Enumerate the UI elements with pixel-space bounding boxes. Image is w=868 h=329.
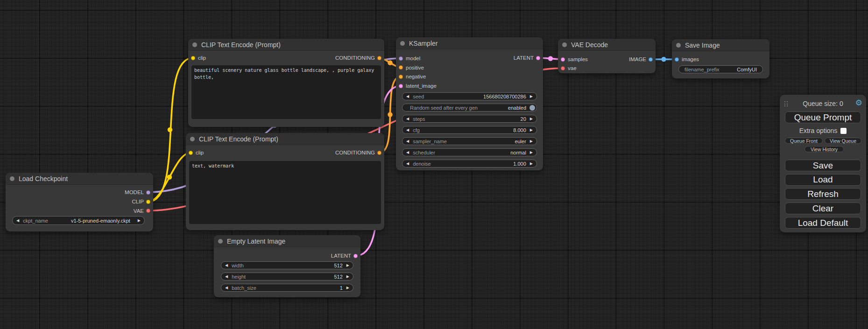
clear-button[interactable]: Clear [785, 203, 861, 214]
node-load-checkpoint[interactable]: Load Checkpoint MODEL CLIP VAE ◀ ckpt_na… [6, 173, 153, 231]
random-seed-toggle-widget[interactable]: Random seed after every gen enabled [402, 104, 537, 112]
cfg-widget[interactable]: ◀ cfg 8.000 ▶ [402, 126, 537, 134]
input-clip-label: clip [196, 148, 204, 157]
positive-input-port[interactable] [399, 65, 403, 70]
samples-input-port[interactable] [561, 57, 565, 62]
right-arrow-icon[interactable]: ▶ [526, 115, 536, 122]
left-arrow-icon[interactable]: ◀ [402, 126, 413, 133]
left-arrow-icon[interactable]: ◀ [221, 284, 232, 291]
link-dot-negative[interactable] [388, 112, 392, 117]
refresh-button[interactable]: Refresh [785, 188, 861, 200]
node-clip-text-encode-positive[interactable]: CLIP Text Encode (Prompt) clip CONDITION… [188, 39, 384, 127]
widget-value: 512 [334, 274, 342, 280]
node-header[interactable]: KSampler [396, 37, 543, 49]
clip-input-port[interactable] [189, 151, 193, 155]
load-button[interactable]: Load [785, 174, 861, 186]
node-header[interactable]: Save Image [672, 39, 769, 51]
node-header[interactable]: CLIP Text Encode (Prompt) [188, 39, 384, 51]
node-header[interactable]: VAE Decode [558, 39, 656, 51]
node-header[interactable]: CLIP Text Encode (Prompt) [186, 133, 384, 145]
negative-input-port[interactable] [399, 75, 403, 79]
toggle-dot[interactable] [529, 105, 535, 111]
left-arrow-icon[interactable]: ◀ [402, 149, 413, 156]
extra-options-checkbox[interactable] [840, 128, 847, 134]
widget-value: normal [510, 150, 526, 155]
ckpt-name-widget[interactable]: ◀ ckpt_name v1-5-pruned-emaonly.ckpt ▶ [12, 216, 145, 225]
seed-widget[interactable]: ◀ seed 156680208700286 ▶ [402, 92, 537, 100]
left-arrow-icon[interactable]: ◀ [221, 273, 232, 280]
image-output-port[interactable] [649, 57, 653, 62]
node-ksampler[interactable]: KSampler model positive negative latent_… [396, 37, 543, 170]
right-arrow-icon[interactable]: ▶ [343, 273, 353, 280]
clip-output-port[interactable] [146, 200, 150, 204]
left-arrow-icon[interactable]: ◀ [13, 217, 23, 224]
height-widget[interactable]: ◀ height 512 ▶ [221, 273, 353, 280]
prompt-textarea[interactable]: beautiful scenery nature glass bottle la… [191, 65, 381, 119]
right-arrow-icon[interactable]: ▶ [526, 138, 536, 145]
images-input-port[interactable] [675, 57, 679, 62]
collapse-dot[interactable] [676, 43, 681, 48]
collapse-dot[interactable] [400, 41, 405, 46]
node-graph-canvas[interactable]: Load Checkpoint MODEL CLIP VAE ◀ ckpt_na… [0, 0, 868, 329]
widget-label: cfg [413, 127, 420, 133]
latent-output-port[interactable] [536, 56, 540, 60]
batch-size-widget[interactable]: ◀ batch_size 1 ▶ [221, 284, 353, 292]
clip-input-port[interactable] [191, 56, 195, 60]
conditioning-output-port[interactable] [377, 56, 381, 60]
right-arrow-icon[interactable]: ▶ [526, 126, 536, 133]
left-arrow-icon[interactable]: ◀ [402, 160, 413, 167]
right-arrow-icon[interactable]: ▶ [134, 217, 144, 224]
denoise-widget[interactable]: ◀ denoise 1.000 ▶ [402, 160, 537, 168]
link-dot-positive[interactable] [388, 60, 392, 65]
queue-prompt-button[interactable]: Queue Prompt [785, 112, 861, 123]
left-arrow-icon[interactable]: ◀ [402, 93, 413, 100]
settings-gear-icon[interactable]: ⚙ [855, 99, 862, 107]
node-header[interactable]: Load Checkpoint [6, 173, 153, 185]
left-arrow-icon[interactable]: ◀ [221, 262, 232, 269]
right-arrow-icon[interactable]: ▶ [343, 262, 353, 269]
node-vae-decode[interactable]: VAE Decode samples vae IMAGE [558, 39, 656, 73]
collapse-dot[interactable] [190, 137, 195, 141]
link-dot-clip-1[interactable] [168, 127, 172, 132]
load-default-button[interactable]: Load Default [785, 217, 861, 229]
link-dot-image[interactable] [661, 57, 666, 62]
left-arrow-icon[interactable]: ◀ [402, 115, 413, 122]
node-empty-latent-image[interactable]: Empty Latent Image LATENT ◀ width 512 ▶ … [214, 235, 360, 297]
latent-image-input-port[interactable] [399, 84, 403, 88]
link-dot-clip-2[interactable] [167, 175, 172, 179]
model-input-port[interactable] [399, 56, 403, 61]
steps-widget[interactable]: ◀ steps 20 ▶ [402, 115, 537, 123]
collapse-dot[interactable] [218, 239, 223, 244]
queue-front-button[interactable]: Queue Front [785, 138, 823, 144]
widget-value: ComfyUI [737, 67, 757, 72]
vae-input-port[interactable] [561, 66, 565, 70]
prompt-textarea[interactable]: text, watermark [189, 161, 381, 224]
input-model-label: model [406, 54, 420, 63]
widget-label: denoise [413, 161, 431, 167]
node-save-image[interactable]: Save Image images filename_prefix ComfyU… [672, 39, 769, 78]
node-clip-text-encode-negative[interactable]: CLIP Text Encode (Prompt) clip CONDITION… [186, 133, 384, 230]
right-arrow-icon[interactable]: ▶ [526, 93, 536, 100]
link-dot-latent-samples[interactable] [548, 56, 553, 61]
scheduler-widget[interactable]: ◀ scheduler normal ▶ [402, 148, 537, 156]
right-arrow-icon[interactable]: ▶ [526, 149, 536, 156]
view-queue-button[interactable]: View Queue [825, 138, 861, 144]
sampler-name-widget[interactable]: ◀ sampler_name euler ▶ [402, 137, 537, 145]
right-arrow-icon[interactable]: ▶ [526, 160, 536, 167]
node-header[interactable]: Empty Latent Image [214, 235, 360, 247]
left-arrow-icon[interactable]: ◀ [402, 138, 413, 145]
output-latent-label: LATENT [331, 251, 351, 260]
view-history-button[interactable]: View History [804, 146, 844, 152]
latent-output-port[interactable] [353, 254, 358, 258]
collapse-dot[interactable] [192, 42, 197, 47]
collapse-dot[interactable] [562, 42, 567, 47]
width-widget[interactable]: ◀ width 512 ▶ [221, 261, 353, 269]
model-output-port[interactable] [146, 190, 150, 195]
conditioning-output-port[interactable] [377, 151, 381, 155]
vae-output-port[interactable] [146, 209, 150, 213]
save-button[interactable]: Save [785, 160, 861, 171]
filename-prefix-widget[interactable]: filename_prefix ComfyUI [678, 65, 763, 73]
widget-label: height [232, 274, 246, 280]
collapse-dot[interactable] [10, 176, 14, 181]
right-arrow-icon[interactable]: ▶ [343, 284, 353, 291]
